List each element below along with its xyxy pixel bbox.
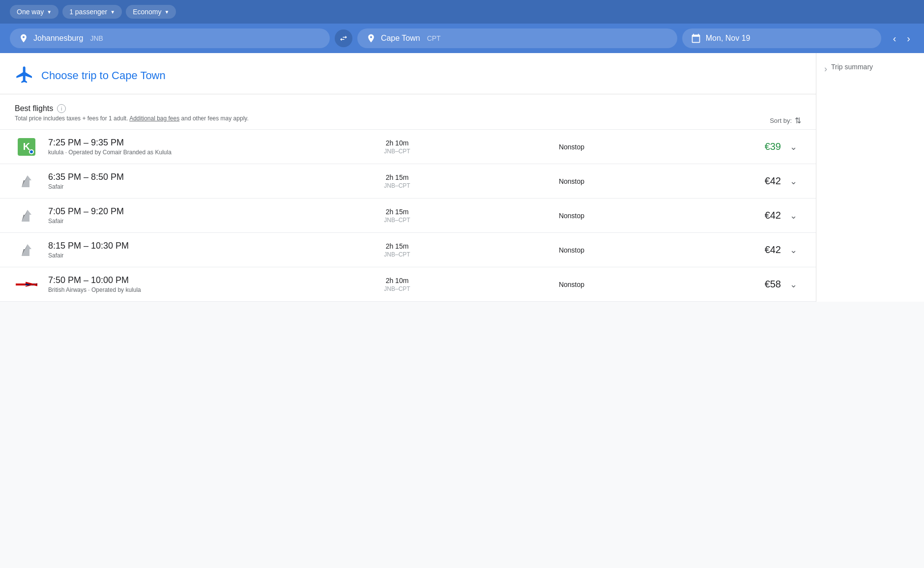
airline-logo (15, 208, 38, 224)
destination-field[interactable]: Cape Town CPT (357, 28, 677, 48)
flight-duration: 2h 10m JNB–CPT (310, 139, 485, 155)
airline-name: Safair (48, 183, 310, 190)
flight-stops: Nonstop (485, 246, 659, 254)
svg-marker-2 (22, 210, 31, 222)
airline-logo (15, 242, 38, 258)
flight-stops: Nonstop (485, 177, 659, 185)
flight-duration: 2h 15m JNB–CPT (310, 173, 485, 189)
airline-name: Safair (48, 218, 310, 225)
flight-row[interactable]: 8:15 PM – 10:30 PM Safair 2h 15m JNB–CPT… (0, 233, 816, 267)
trip-summary-label: Trip summary (831, 63, 873, 71)
plane-icon (15, 65, 34, 86)
search-bar: Johannesburg JNB Cape Town CPT Mon, Nov … (0, 24, 924, 53)
duration-value: 2h 15m (310, 173, 485, 181)
expand-flight-button[interactable]: ⌄ (786, 277, 801, 292)
flight-duration: 2h 10m JNB–CPT (310, 277, 485, 292)
swap-icon (339, 34, 348, 43)
main-content: Choose trip to Cape Town Best flights i … (0, 53, 924, 302)
passengers-button[interactable]: 1 passenger ▼ (62, 5, 122, 19)
duration-value: 2h 15m (310, 242, 485, 250)
safair-logo (19, 208, 34, 224)
route-code: JNB–CPT (310, 217, 485, 224)
trip-type-label: One way (17, 8, 44, 16)
flight-times: 6:35 PM – 8:50 PM Safair (48, 172, 310, 190)
flight-times: 7:25 PM – 9:35 PM kulula · Operated by C… (48, 138, 310, 156)
passengers-chevron: ▼ (110, 9, 115, 15)
flight-time-range: 6:35 PM – 8:50 PM (48, 172, 310, 182)
flight-time-range: 7:25 PM – 9:35 PM (48, 138, 310, 148)
sort-icon[interactable]: ⇅ (795, 116, 801, 125)
origin-field[interactable]: Johannesburg JNB (10, 28, 330, 48)
flight-price: €39 (659, 141, 781, 152)
origin-code: JNB (90, 34, 103, 42)
airline-name: British Airways · Operated by kulula (48, 286, 310, 293)
airline-logo (15, 173, 38, 189)
cabin-class-label: Economy (133, 8, 161, 16)
bag-fees-link[interactable]: Additional bag fees (129, 115, 179, 122)
destination-city: Cape Town (381, 34, 420, 43)
trip-type-button[interactable]: One way ▼ (10, 5, 58, 19)
route-code: JNB–CPT (310, 182, 485, 189)
expand-flight-button[interactable]: ⌄ (786, 140, 801, 154)
flight-row[interactable]: 7:50 PM – 10:00 PM British Airways · Ope… (0, 267, 816, 302)
prev-date-button[interactable]: ‹ (889, 31, 900, 46)
svg-marker-0 (22, 175, 31, 187)
flight-duration: 2h 15m JNB–CPT (310, 242, 485, 258)
route-code: JNB–CPT (310, 251, 485, 258)
svg-marker-4 (22, 244, 31, 256)
cabin-class-button[interactable]: Economy ▼ (126, 5, 176, 19)
top-bar: One way ▼ 1 passenger ▼ Economy ▼ (0, 0, 924, 24)
flight-stops: Nonstop (485, 281, 659, 288)
expand-flight-button[interactable]: ⌄ (786, 208, 801, 223)
expand-flight-button[interactable]: ⌄ (786, 243, 801, 257)
airline-name: Safair (48, 252, 310, 259)
destination-location-icon (366, 33, 376, 43)
location-icon (19, 33, 29, 43)
date-navigation: ‹ › (881, 31, 914, 46)
date-value: Mon, Nov 19 (706, 34, 751, 43)
safair-logo (19, 173, 34, 189)
flight-price: €42 (659, 175, 781, 187)
flight-time-range: 8:15 PM – 10:30 PM (48, 241, 310, 251)
flight-time-range: 7:05 PM – 9:20 PM (48, 206, 310, 217)
flight-price: €42 (659, 244, 781, 256)
airline-logo: K (15, 138, 38, 156)
duration-value: 2h 10m (310, 139, 485, 147)
airline-logo (15, 280, 38, 289)
svg-rect-7 (16, 284, 26, 285)
trip-type-chevron: ▼ (47, 9, 52, 15)
british-airways-logo (16, 280, 37, 289)
flight-price: €58 (659, 279, 781, 290)
page-title: Choose trip to Cape Town (41, 69, 166, 82)
sort-by-label: Sort by: (770, 117, 792, 124)
info-icon[interactable]: i (57, 104, 66, 113)
route-code: JNB–CPT (310, 148, 485, 155)
safair-logo (19, 242, 34, 258)
date-field[interactable]: Mon, Nov 19 (682, 28, 881, 48)
route-code: JNB–CPT (310, 285, 485, 292)
duration-value: 2h 15m (310, 208, 485, 216)
flight-row[interactable]: K 7:25 PM – 9:35 PM kulula · Operated by… (0, 130, 816, 164)
swap-button[interactable] (335, 29, 352, 47)
flight-price: €42 (659, 210, 781, 221)
next-date-button[interactable]: › (903, 31, 914, 46)
flight-time-range: 7:50 PM – 10:00 PM (48, 275, 310, 285)
flights-list: K 7:25 PM – 9:35 PM kulula · Operated by… (0, 129, 816, 302)
flight-row[interactable]: 6:35 PM – 8:50 PM Safair 2h 15m JNB–CPT … (0, 164, 816, 199)
flight-times: 7:05 PM – 9:20 PM Safair (48, 206, 310, 225)
duration-value: 2h 10m (310, 277, 485, 284)
trip-summary-chevron: › (824, 64, 827, 74)
flight-stops: Nonstop (485, 143, 659, 151)
passengers-label: 1 passenger (69, 8, 107, 16)
cabin-class-chevron: ▼ (164, 9, 169, 15)
flight-stops: Nonstop (485, 212, 659, 220)
calendar-icon (691, 33, 701, 43)
best-flights-title: Best flights i (15, 104, 801, 113)
origin-city: Johannesburg (33, 34, 83, 43)
flight-row[interactable]: 7:05 PM – 9:20 PM Safair 2h 15m JNB–CPT … (0, 199, 816, 233)
expand-flight-button[interactable]: ⌄ (786, 174, 801, 189)
flights-panel: Choose trip to Cape Town Best flights i … (0, 53, 816, 302)
flight-duration: 2h 15m JNB–CPT (310, 208, 485, 224)
destination-code: CPT (427, 34, 441, 42)
trip-summary-panel: › Trip summary (816, 53, 924, 302)
